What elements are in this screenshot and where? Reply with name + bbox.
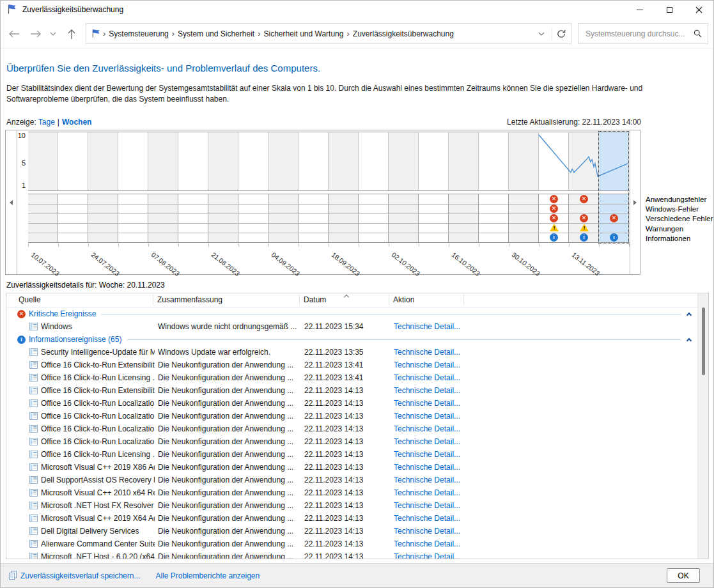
week-column-9[interactable]: [268, 132, 299, 190]
forward-button[interactable]: [27, 26, 44, 42]
technical-details-link[interactable]: Technische Detail...: [394, 488, 460, 497]
table-row[interactable]: WindowsWindows wurde nicht ordnungsgemäß…: [6, 320, 697, 333]
technical-details-link[interactable]: Technische Detail...: [394, 386, 460, 395]
technical-details-link[interactable]: Technische Detail...: [394, 527, 460, 536]
week-column-13[interactable]: [389, 132, 419, 190]
technical-details-link[interactable]: Technische Detail...: [394, 463, 460, 472]
week-column-19[interactable]: [569, 132, 599, 190]
up-button[interactable]: [63, 26, 80, 42]
week-column-18[interactable]: [539, 132, 569, 190]
technical-details-link[interactable]: Technische Detail...: [394, 373, 460, 382]
view-all-reports-link[interactable]: Alle Problemberichte anzeigen: [155, 571, 260, 580]
week-column-3[interactable]: [88, 132, 118, 190]
breadcrumb-item-2[interactable]: System und Sicherheit: [178, 29, 254, 38]
table-row[interactable]: Office 16 Click-to-Run Extensibilit...Di…: [6, 359, 697, 371]
week-column-5[interactable]: [148, 132, 178, 190]
week-column-8[interactable]: [238, 194, 268, 242]
group-row-1[interactable]: ✕Kritische Ereignisse: [6, 307, 697, 320]
week-column-1[interactable]: [28, 132, 58, 190]
address-dropdown-chevron-icon[interactable]: [536, 32, 547, 36]
save-history-link-wrap[interactable]: Zuverlässigkeitsverlauf speichern...: [8, 571, 140, 580]
week-column-11[interactable]: [329, 132, 359, 190]
table-row[interactable]: Office 16 Click-to-Run Localizatio...Die…: [6, 410, 697, 422]
sort-asc-icon[interactable]: [344, 295, 349, 300]
maximize-button[interactable]: [655, 1, 684, 19]
technical-details-link[interactable]: Technische Detail...: [394, 399, 460, 408]
table-row[interactable]: Dell SupportAssist OS Recovery Pl...Die …: [6, 474, 697, 486]
table-row[interactable]: Office 16 Click-to-Run Extensibilit...Di…: [6, 384, 697, 397]
scrollbar-thumb[interactable]: [702, 307, 705, 375]
table-row[interactable]: Office 16 Click-to-Run Licensing ...Die …: [6, 371, 697, 384]
minimize-button[interactable]: [625, 1, 655, 19]
table-row[interactable]: Office 16 Click-to-Run Localizatio...Die…: [6, 397, 697, 410]
table-row[interactable]: Microsoft .NET Host FX Resolver - ...Die…: [6, 499, 697, 512]
breadcrumb-item-1[interactable]: Systemsteuerung: [109, 29, 168, 38]
week-column-4[interactable]: [118, 132, 148, 190]
technical-details-link[interactable]: Technische Detail...: [394, 514, 460, 523]
address-bar[interactable]: › Systemsteuerung›System und Sicherheit›…: [86, 23, 571, 44]
scroll-right-button[interactable]: [630, 130, 640, 274]
week-column-7[interactable]: [208, 194, 238, 242]
column-header-aktion[interactable]: Aktion: [393, 295, 414, 304]
view-days-link[interactable]: Tage: [38, 118, 55, 127]
view-weeks-link[interactable]: Wochen: [62, 118, 91, 127]
week-column-14[interactable]: [419, 132, 449, 190]
technical-details-link[interactable]: Technische Detail...: [394, 450, 460, 459]
save-history-link[interactable]: Zuverlässigkeitsverlauf speichern...: [20, 571, 140, 580]
week-column-2[interactable]: [58, 132, 88, 190]
table-row[interactable]: Microsoft Visual C++ 2019 X86 Ad...Die N…: [6, 461, 697, 474]
week-column-6[interactable]: [178, 132, 208, 190]
table-row[interactable]: Security Intelligence-Update für M...Win…: [6, 346, 697, 359]
search-icon[interactable]: [694, 29, 702, 38]
table-row[interactable]: Microsoft .NET Host - 6.0.20 (x64)Die Ne…: [6, 550, 697, 559]
week-column-20[interactable]: [599, 132, 629, 190]
technical-details-link[interactable]: Technische Detail...: [394, 437, 460, 446]
breadcrumb-item-4[interactable]: Zuverlässigkeitsüberwachung: [353, 29, 454, 38]
collapse-chevron-icon[interactable]: [687, 337, 692, 343]
technical-details-link[interactable]: Technische Detail...: [394, 501, 460, 510]
week-column-4[interactable]: [118, 194, 148, 242]
week-column-2[interactable]: [58, 194, 88, 242]
week-column-7[interactable]: [208, 132, 238, 190]
week-column-12[interactable]: [359, 194, 389, 242]
week-column-14[interactable]: [419, 194, 449, 242]
collapse-chevron-icon[interactable]: [687, 312, 692, 317]
back-button[interactable]: [6, 26, 22, 42]
ok-button[interactable]: OK: [667, 568, 700, 583]
table-row[interactable]: Alienware Command Center SuiteDie Neukon…: [6, 538, 697, 550]
recent-pages-button[interactable]: [47, 26, 59, 42]
week-column-15[interactable]: [449, 132, 479, 190]
technical-details-link[interactable]: Technische Detail...: [394, 322, 460, 331]
technical-details-link[interactable]: Technische Detail...: [394, 412, 460, 421]
technical-details-link[interactable]: Technische Detail...: [394, 424, 460, 433]
week-column-16[interactable]: [479, 132, 509, 190]
vertical-scrollbar[interactable]: [697, 293, 708, 559]
technical-details-link[interactable]: Technische Detail...: [394, 552, 460, 559]
technical-details-link[interactable]: Technische Detail...: [394, 539, 460, 548]
close-button[interactable]: [684, 1, 713, 19]
week-column-8[interactable]: [238, 132, 268, 190]
table-row[interactable]: Dell Digital Delivery ServicesDie Neukon…: [6, 525, 697, 538]
table-row[interactable]: Microsoft Visual C++ 2010 x64 Re...Die N…: [6, 486, 697, 499]
week-column-3[interactable]: [88, 194, 118, 242]
table-row[interactable]: Office 16 Click-to-Run Localizatio...Die…: [6, 422, 697, 435]
week-column-11[interactable]: [329, 194, 359, 242]
group-row-2[interactable]: iInformationsereignisse (65): [6, 333, 697, 346]
week-column-9[interactable]: [268, 194, 299, 242]
column-header-quelle[interactable]: Quelle: [19, 295, 41, 304]
week-column-6[interactable]: [178, 194, 208, 242]
week-column-17[interactable]: [509, 132, 539, 190]
technical-details-link[interactable]: Technische Detail...: [394, 360, 460, 369]
week-column-10[interactable]: [299, 132, 329, 190]
table-row[interactable]: Office 16 Click-to-Run Localizatio...Die…: [6, 435, 697, 448]
column-header-datum[interactable]: Datum: [304, 295, 326, 304]
breadcrumb-item-3[interactable]: Sicherheit und Wartung: [263, 29, 343, 38]
table-row[interactable]: Office 16 Click-to-Run Licensing ...Die …: [6, 448, 697, 461]
week-column-12[interactable]: [359, 132, 389, 190]
week-column-5[interactable]: [148, 194, 178, 242]
week-column-17[interactable]: [509, 194, 539, 242]
scroll-left-button[interactable]: [6, 130, 17, 274]
week-column-13[interactable]: [389, 194, 419, 242]
technical-details-link[interactable]: Technische Detail...: [394, 476, 460, 484]
week-column-16[interactable]: [479, 194, 509, 242]
